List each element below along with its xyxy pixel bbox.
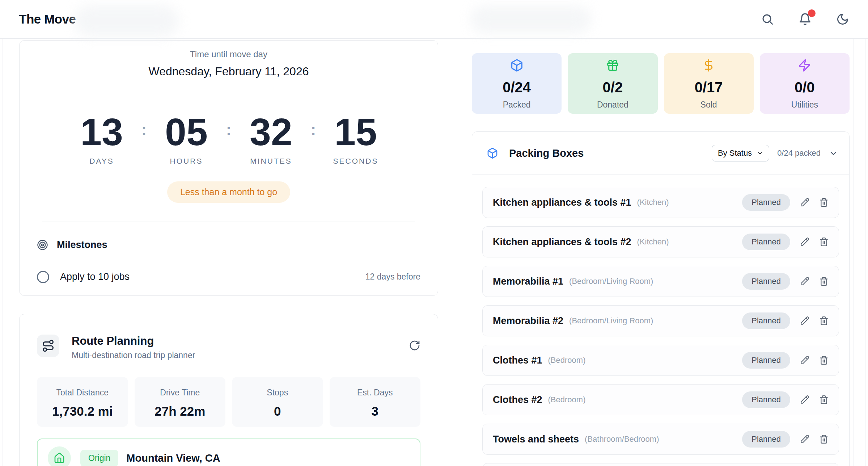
seconds-label: SECONDS bbox=[333, 157, 378, 165]
box-actions: Planned bbox=[742, 352, 829, 369]
status-badge[interactable]: Planned bbox=[742, 352, 790, 369]
minutes-value: 32 bbox=[250, 113, 292, 151]
box-name: Memorabilia #1 bbox=[493, 276, 563, 287]
route-icon bbox=[37, 335, 59, 357]
stat-label: Drive Time bbox=[135, 388, 226, 398]
blurred-content bbox=[470, 6, 592, 33]
edit-pencil-icon[interactable] bbox=[800, 356, 809, 365]
box-actions: Planned bbox=[742, 234, 829, 250]
minutes-label: MINUTES bbox=[250, 157, 292, 165]
box-room: (Bedroom) bbox=[548, 356, 586, 365]
edit-pencil-icon[interactable] bbox=[800, 237, 809, 247]
box-room: (Kitchen) bbox=[637, 198, 669, 207]
summary-card-utilities: 0/0 Utilities bbox=[760, 53, 850, 114]
countdown-hours: 05 HOURS bbox=[152, 113, 221, 165]
dollar-icon bbox=[702, 59, 715, 72]
delete-trash-icon[interactable] bbox=[819, 198, 829, 207]
status-badge[interactable]: Planned bbox=[742, 391, 790, 408]
blurred-content bbox=[74, 5, 179, 37]
summary-card-packed: 0/24 Packed bbox=[472, 53, 562, 114]
box-actions: Planned bbox=[742, 391, 829, 408]
milestones-title: Milestones bbox=[57, 239, 107, 251]
route-title: Route Planning bbox=[72, 335, 195, 348]
days-value: 13 bbox=[80, 113, 123, 151]
sold-count: 0/17 bbox=[695, 79, 723, 96]
dark-mode-moon-icon[interactable] bbox=[836, 13, 849, 26]
delete-trash-icon[interactable] bbox=[819, 395, 829, 404]
table-row[interactable]: Towels and sheets (Bathroom/Bedroom) Pla… bbox=[482, 424, 839, 455]
table-row[interactable]: Kitchen appliances & tools #1 (Kitchen) … bbox=[482, 187, 839, 218]
delete-trash-icon[interactable] bbox=[819, 316, 829, 326]
table-row[interactable]: Clothes #1 (Bedroom) Planned bbox=[482, 345, 839, 376]
status-badge[interactable]: Planned bbox=[742, 312, 790, 329]
box-actions: Planned bbox=[742, 273, 829, 290]
countdown-heading: Time until move day bbox=[37, 49, 420, 60]
table-row[interactable]: Memorabilia #2 (Bedroom/Living Room) Pla… bbox=[482, 305, 839, 336]
search-icon[interactable] bbox=[761, 13, 774, 26]
chevron-down-icon[interactable] bbox=[829, 148, 838, 158]
box-list: Kitchen appliances & tools #1 (Kitchen) … bbox=[472, 175, 849, 466]
route-stat-est-days: Est. Days 3 bbox=[330, 377, 421, 427]
summary-card-donated: 0/2 Donated bbox=[568, 53, 657, 114]
route-stat-stops: Stops 0 bbox=[232, 377, 323, 427]
box-room: (Bedroom/Living Room) bbox=[569, 316, 653, 326]
utilities-count: 0/0 bbox=[795, 79, 815, 96]
status-badge[interactable]: Planned bbox=[742, 194, 790, 211]
box-room: (Kitchen) bbox=[637, 237, 669, 247]
summary-cards: 0/24 Packed 0/2 Donated 0/17 Sold 0/0 Ut… bbox=[472, 53, 850, 114]
box-room: (Bedroom/Living Room) bbox=[569, 277, 653, 286]
scrollbar[interactable] bbox=[854, 39, 868, 466]
notifications-bell-icon[interactable] bbox=[799, 13, 812, 26]
edit-pencil-icon[interactable] bbox=[800, 395, 809, 404]
milestone-when: 12 days before bbox=[365, 272, 420, 282]
table-row[interactable]: Kitchen appliances & tools #2 (Kitchen) … bbox=[482, 226, 839, 257]
status-filter-value: By Status bbox=[718, 148, 752, 158]
box-icon bbox=[487, 147, 498, 159]
delete-trash-icon[interactable] bbox=[819, 434, 829, 444]
delete-trash-icon[interactable] bbox=[819, 356, 829, 365]
edit-pencil-icon[interactable] bbox=[800, 198, 809, 207]
box-name: Kitchen appliances & tools #2 bbox=[493, 236, 631, 248]
timer-separator: : bbox=[136, 113, 152, 151]
divider bbox=[42, 222, 415, 222]
packed-label: Packed bbox=[503, 100, 531, 110]
delete-trash-icon[interactable] bbox=[819, 237, 829, 247]
milestone-label: Apply to 10 jobs bbox=[60, 271, 130, 282]
status-badge[interactable]: Planned bbox=[742, 234, 790, 250]
home-icon bbox=[48, 446, 71, 466]
box-actions: Planned bbox=[742, 194, 829, 211]
refresh-icon[interactable] bbox=[409, 340, 420, 353]
box-name: Clothes #1 bbox=[493, 355, 542, 366]
table-row[interactable]: Clothes #2 (Bedroom) Planned bbox=[482, 384, 839, 415]
box-name: Memorabilia #2 bbox=[493, 315, 563, 327]
route-subtitle: Multi-destination road trip planner bbox=[72, 350, 195, 360]
milestone-item: Apply to 10 jobs 12 days before bbox=[37, 271, 420, 283]
zap-icon bbox=[798, 59, 811, 72]
route-planning-card: Route Planning Multi-destination road tr… bbox=[19, 314, 438, 466]
status-badge[interactable]: Planned bbox=[742, 431, 790, 448]
edit-pencil-icon[interactable] bbox=[800, 434, 809, 444]
sold-label: Sold bbox=[700, 100, 717, 110]
countdown-timer: 13 DAYS : 05 HOURS : 32 MINUTES : 15 SEC… bbox=[37, 113, 420, 165]
utilities-label: Utilities bbox=[791, 100, 818, 110]
stat-value: 1,730.2 mi bbox=[37, 404, 128, 419]
edit-pencil-icon[interactable] bbox=[800, 277, 809, 286]
milestone-checkbox[interactable] bbox=[37, 271, 49, 283]
box-actions: Planned bbox=[742, 431, 829, 448]
delete-trash-icon[interactable] bbox=[819, 277, 829, 286]
route-stat-drive-time: Drive Time 27h 22m bbox=[135, 377, 226, 427]
status-filter-select[interactable]: By Status bbox=[712, 145, 769, 161]
status-badge[interactable]: Planned bbox=[742, 273, 790, 290]
origin-card: Origin Mountain View, CA bbox=[37, 438, 420, 466]
select-chevron-icon bbox=[757, 150, 763, 156]
edit-pencil-icon[interactable] bbox=[800, 316, 809, 326]
origin-badge: Origin bbox=[80, 450, 118, 466]
table-row[interactable]: Memorabilia #1 (Bedroom/Living Room) Pla… bbox=[482, 266, 839, 297]
stat-label: Est. Days bbox=[330, 388, 421, 398]
table-row[interactable] bbox=[482, 463, 839, 466]
header-actions bbox=[761, 13, 849, 26]
route-stats: Total Distance 1,730.2 mi Drive Time 27h… bbox=[37, 377, 420, 427]
left-column: Time until move day Wednesday, February … bbox=[3, 39, 456, 466]
timer-separator: : bbox=[305, 113, 321, 151]
packed-count: 0/24 bbox=[503, 79, 531, 96]
